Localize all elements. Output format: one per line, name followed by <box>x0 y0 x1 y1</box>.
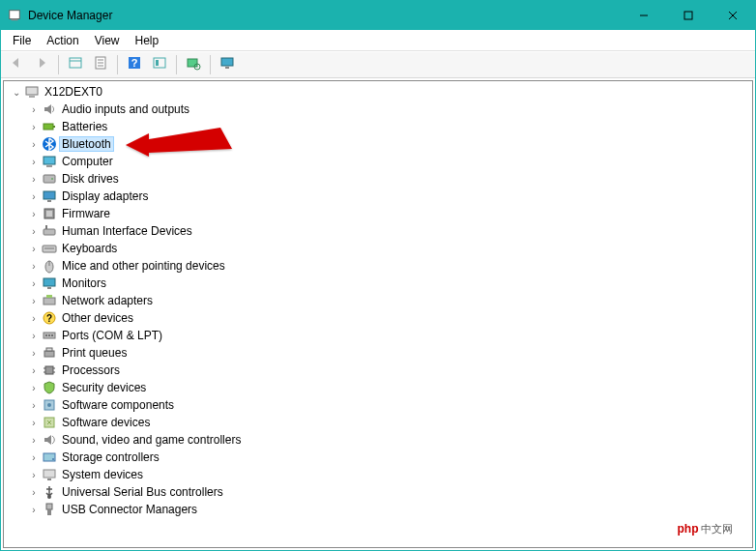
other-icon: ? <box>42 310 57 326</box>
menu-view[interactable]: View <box>87 32 128 49</box>
tree-item-label: Sound, video and game controllers <box>60 433 243 447</box>
tree-view[interactable]: ⌄X12DEXT0›Audio inputs and outputs›Batte… <box>3 80 753 548</box>
svg-rect-20 <box>26 87 38 95</box>
menu-action[interactable]: Action <box>39 32 86 49</box>
chevron-right-icon[interactable]: › <box>27 224 41 238</box>
disk-icon <box>42 171 57 187</box>
tree-item[interactable]: ›Display adapters <box>4 188 752 205</box>
svg-rect-1 <box>12 19 18 21</box>
tree-item[interactable]: ›Processors <box>4 362 752 379</box>
add-hardware-button[interactable] <box>216 53 239 76</box>
tree-item[interactable]: ›Print queues <box>4 344 752 362</box>
watermark: php 中文网 <box>661 514 748 543</box>
chevron-right-icon[interactable]: › <box>27 433 41 447</box>
tree-item-label: Software devices <box>60 416 152 429</box>
cpu-icon <box>42 362 57 378</box>
svg-point-57 <box>47 403 51 407</box>
tree-item[interactable]: ›Software components <box>4 396 752 414</box>
chevron-right-icon[interactable]: › <box>27 172 41 186</box>
svg-rect-6 <box>70 58 81 68</box>
tree-item[interactable]: ›Ports (COM & LPT) <box>4 327 752 344</box>
tree-item-label: System devices <box>60 468 145 481</box>
chevron-right-icon[interactable]: › <box>27 398 41 412</box>
chevron-right-icon[interactable]: › <box>27 503 41 516</box>
tree-item[interactable]: ›Monitors <box>4 275 752 292</box>
tree-item[interactable]: ›Mice and other pointing devices <box>4 257 752 275</box>
svg-text:?: ? <box>46 313 52 324</box>
scan-hardware-button[interactable] <box>182 53 205 76</box>
security-icon <box>42 380 57 395</box>
tree-item[interactable]: ›Audio inputs and outputs <box>4 101 752 118</box>
tree-item[interactable]: ›Disk drives <box>4 170 752 188</box>
tree-root-label: X12DEXT0 <box>43 85 104 99</box>
computer-icon <box>42 154 57 169</box>
action-button[interactable] <box>148 53 171 76</box>
properties-icon <box>93 55 108 74</box>
tree-item[interactable]: ›Network adapters <box>4 292 752 309</box>
chevron-right-icon[interactable]: › <box>27 294 41 307</box>
audio-icon <box>42 102 57 117</box>
chevron-right-icon[interactable]: › <box>27 450 41 464</box>
svg-rect-21 <box>29 96 35 98</box>
tree-item[interactable]: ›Computer <box>4 153 752 170</box>
tree-item-label: Processors <box>60 363 122 377</box>
toolbar-separator <box>117 55 118 74</box>
svg-rect-23 <box>53 126 55 128</box>
chevron-right-icon[interactable]: › <box>27 416 41 429</box>
show-hide-button[interactable] <box>64 53 87 76</box>
svg-rect-50 <box>46 348 52 351</box>
chevron-right-icon[interactable]: › <box>27 329 41 342</box>
system-icon <box>42 467 57 482</box>
chevron-right-icon[interactable]: › <box>27 242 41 255</box>
computer-root-icon <box>24 84 40 100</box>
menubar: File Action View Help <box>1 30 755 51</box>
scan-icon <box>186 55 201 74</box>
tree-item[interactable]: ›Software devices <box>4 414 752 431</box>
chevron-right-icon[interactable]: › <box>27 276 41 290</box>
chevron-right-icon[interactable]: › <box>27 468 41 481</box>
chevron-right-icon[interactable]: › <box>27 259 41 273</box>
tree-item[interactable]: ›?Other devices <box>4 309 752 327</box>
chevron-right-icon[interactable]: › <box>27 207 41 220</box>
tree-item[interactable]: ›Storage controllers <box>4 449 752 466</box>
tree-item[interactable]: ›Sound, video and game controllers <box>4 431 752 449</box>
chevron-right-icon[interactable]: › <box>27 346 41 360</box>
chevron-right-icon[interactable]: › <box>27 137 41 151</box>
properties-button[interactable] <box>89 53 112 76</box>
svg-rect-49 <box>44 351 54 357</box>
close-button[interactable] <box>711 1 755 30</box>
chevron-right-icon[interactable]: › <box>27 189 41 203</box>
svg-rect-22 <box>44 124 53 130</box>
tree-item[interactable]: ›Universal Serial Bus controllers <box>4 483 752 501</box>
tree-item[interactable]: ›Firmware <box>4 205 752 222</box>
chevron-right-icon[interactable]: › <box>27 120 41 133</box>
chevron-right-icon[interactable]: › <box>27 363 41 377</box>
tree-item[interactable]: ›Human Interface Devices <box>4 222 752 240</box>
arrow-right-icon <box>34 55 49 74</box>
tree-item[interactable]: ›USB Connector Managers <box>4 501 752 518</box>
chevron-right-icon[interactable]: › <box>27 311 41 325</box>
tree-item[interactable]: ›Bluetooth <box>4 135 752 153</box>
help-button[interactable]: ? <box>123 53 146 76</box>
maximize-button[interactable] <box>666 1 711 30</box>
tree-root-node[interactable]: ⌄X12DEXT0 <box>4 83 752 101</box>
svg-rect-32 <box>46 211 52 217</box>
chevron-right-icon[interactable]: › <box>27 485 41 499</box>
tree-item[interactable]: ›System devices <box>4 466 752 483</box>
chevron-right-icon[interactable]: › <box>27 102 41 116</box>
menu-file[interactable]: File <box>5 32 39 49</box>
arrow-left-icon <box>9 55 24 74</box>
svg-rect-26 <box>46 165 52 167</box>
tree-item[interactable]: ›Security devices <box>4 379 752 396</box>
tree-item-label: Human Interface Devices <box>60 224 194 238</box>
svg-rect-18 <box>221 58 233 66</box>
tree-item[interactable]: ›Keyboards <box>4 240 752 257</box>
chevron-down-icon[interactable]: ⌄ <box>10 85 23 99</box>
tree-item[interactable]: ›Batteries <box>4 118 752 135</box>
mouse-icon <box>42 258 57 274</box>
menu-help[interactable]: Help <box>128 32 167 49</box>
minimize-button[interactable] <box>622 1 666 30</box>
chevron-right-icon[interactable]: › <box>27 381 41 394</box>
watermark-brand: php <box>678 522 699 536</box>
chevron-right-icon[interactable]: › <box>27 155 41 168</box>
